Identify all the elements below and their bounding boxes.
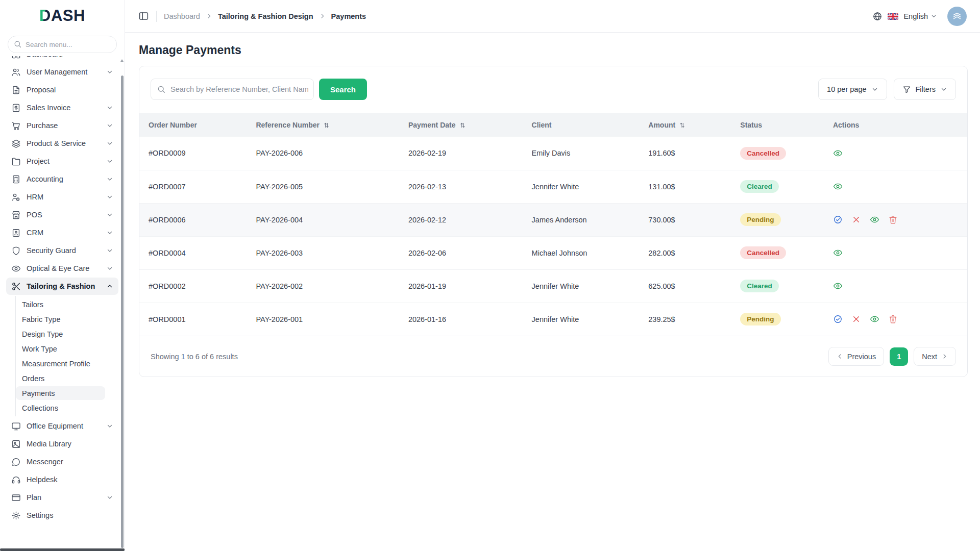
sidebar-subitem-measurement-profile[interactable]: Measurement Profile (16, 357, 105, 370)
status-cell: Pending (732, 303, 825, 336)
toolbar-right: 10 per page Filters (818, 79, 956, 100)
headset-icon (11, 475, 21, 485)
delete-button[interactable] (888, 314, 898, 324)
column-header-payment-date[interactable]: Payment Date (400, 113, 524, 137)
sidebar-item-optical-eye-care[interactable]: Optical & Eye Care (6, 260, 118, 277)
sidebar-item-purchase[interactable]: Purchase (6, 117, 118, 134)
sidebar-item-security-guard[interactable]: Security Guard (6, 242, 118, 259)
view-button[interactable] (833, 148, 843, 158)
status-badge: Cleared (740, 180, 779, 193)
chevron-down-icon (871, 86, 878, 93)
column-header-order-number: Order Number (139, 113, 248, 137)
search-button[interactable]: Search (319, 79, 367, 100)
sidebar-item-label: Sales Invoice (27, 104, 70, 112)
reference-number-cell: PAY-2026-005 (248, 170, 400, 203)
breadcrumb-payments[interactable]: Payments (331, 12, 366, 20)
sidebar-item-tailoring-fashion[interactable]: Tailoring & Fashion (6, 278, 118, 295)
reference-number-cell: PAY-2026-006 (248, 137, 400, 170)
sidebar-item-office-equipment[interactable]: Office Equipment (6, 417, 118, 435)
column-header-reference-number[interactable]: Reference Number (248, 113, 400, 137)
actions-cell (825, 269, 967, 303)
id-card-icon (11, 228, 21, 238)
breadcrumb-tailoring-fashion-design[interactable]: Tailoring & Fashion Design (218, 12, 313, 20)
row-actions (833, 148, 959, 158)
order-number-cell: #ORD0001 (139, 303, 248, 336)
chevron-down-icon (106, 140, 113, 147)
app: DASH DashboardUser ManagementProposalSal… (0, 0, 980, 551)
breadcrumb: DashboardTailoring & Fashion DesignPayme… (164, 12, 366, 20)
calculator-icon (11, 174, 21, 184)
next-button[interactable]: Next (914, 347, 956, 366)
approve-button[interactable] (833, 314, 843, 324)
scrollbar-up-arrow[interactable] (120, 59, 124, 62)
card-toolbar: Search 10 per page Filters (139, 66, 967, 113)
sidebar-item-sales-invoice[interactable]: Sales Invoice (6, 99, 118, 116)
sidebar-item-proposal[interactable]: Proposal (6, 81, 118, 98)
status-cell: Cleared (732, 170, 825, 203)
sidebar-search-input[interactable] (8, 36, 117, 53)
filters-button[interactable]: Filters (894, 79, 956, 100)
folder-icon (11, 157, 21, 166)
view-button[interactable] (870, 215, 879, 224)
sidebar-item-media-library[interactable]: Media Library (6, 435, 118, 453)
reject-button[interactable] (851, 314, 861, 324)
payment-date-cell: 2026-01-16 (400, 303, 524, 336)
actions-cell (825, 137, 967, 170)
sidebar-subitem-tailors[interactable]: Tailors (16, 297, 105, 311)
sidebar-subitem-orders[interactable]: Orders (16, 371, 105, 385)
sidebar-scrollbar[interactable] (121, 76, 124, 548)
table-row: #ORD0001PAY-2026-0012026-01-16Jennifer W… (139, 303, 967, 336)
page-title: Manage Payments (139, 43, 968, 57)
reject-button[interactable] (851, 215, 861, 224)
status-cell: Cleared (732, 269, 825, 303)
sidebar-item-crm[interactable]: CRM (6, 224, 118, 241)
breadcrumb-dashboard[interactable]: Dashboard (164, 12, 200, 20)
sidebar-subitem-fabric-type[interactable]: Fabric Type (16, 312, 105, 326)
delete-button[interactable] (888, 215, 898, 224)
status-cell: Pending (732, 203, 825, 236)
globe-icon[interactable] (872, 11, 883, 21)
sidebar-item-label: Project (27, 157, 50, 165)
sidebar-item-dashboard[interactable]: Dashboard (6, 56, 118, 63)
sidebar-item-user-management[interactable]: User Management (6, 63, 118, 81)
sidebar-item-product-service[interactable]: Product & Service (6, 135, 118, 152)
view-button[interactable] (870, 314, 879, 324)
sidebar-item-hrm[interactable]: HRM (6, 188, 118, 206)
sidebar-item-accounting[interactable]: Accounting (6, 170, 118, 188)
sidebar-item-project[interactable]: Project (6, 153, 118, 170)
brand-logo[interactable]: DASH (0, 0, 125, 32)
sidebar-item-plan[interactable]: Plan (6, 489, 118, 506)
chevron-down-icon (106, 422, 113, 430)
sidebar-item-helpdesk[interactable]: Helpdesk (6, 471, 118, 488)
approve-button[interactable] (833, 215, 843, 224)
chevron-down-icon (106, 265, 113, 272)
table-search-input[interactable] (151, 79, 314, 100)
sidebar-item-messenger[interactable]: Messenger (6, 453, 118, 470)
sidebar-subitem-collections[interactable]: Collections (16, 401, 105, 415)
pagination: Previous 1 Next (828, 347, 956, 366)
sidebar-item-label: Settings (27, 511, 53, 519)
sidebar-menu-list: DashboardUser ManagementProposalSales In… (0, 56, 125, 524)
chevron-down-icon (940, 86, 947, 93)
sidebar-toggle-icon[interactable] (138, 11, 149, 21)
language-selector[interactable]: English (903, 12, 937, 20)
column-header-amount[interactable]: Amount (640, 113, 732, 137)
per-page-select[interactable]: 10 per page (818, 79, 887, 100)
reference-number-cell: PAY-2026-003 (248, 236, 400, 269)
sidebar-subitem-payments[interactable]: Payments (16, 386, 105, 400)
sidebar-subitem-work-type[interactable]: Work Type (16, 342, 105, 356)
view-button[interactable] (833, 182, 843, 191)
page-1-button[interactable]: 1 (890, 347, 908, 366)
sidebar-subitem-design-type[interactable]: Design Type (16, 327, 105, 341)
client-cell: James Anderson (524, 203, 641, 236)
table-header-row: Order NumberReference NumberPayment Date… (139, 113, 967, 137)
previous-button[interactable]: Previous (828, 347, 884, 366)
sidebar-horizontal-scrollbar[interactable] (0, 548, 125, 551)
sidebar-item-settings[interactable]: Settings (6, 507, 118, 524)
user-avatar[interactable] (947, 7, 967, 26)
view-button[interactable] (833, 281, 843, 291)
sidebar-item-label: Product & Service (27, 139, 86, 147)
view-button[interactable] (833, 248, 843, 258)
sidebar-item-pos[interactable]: POS (6, 206, 118, 223)
filters-label: Filters (916, 85, 936, 93)
